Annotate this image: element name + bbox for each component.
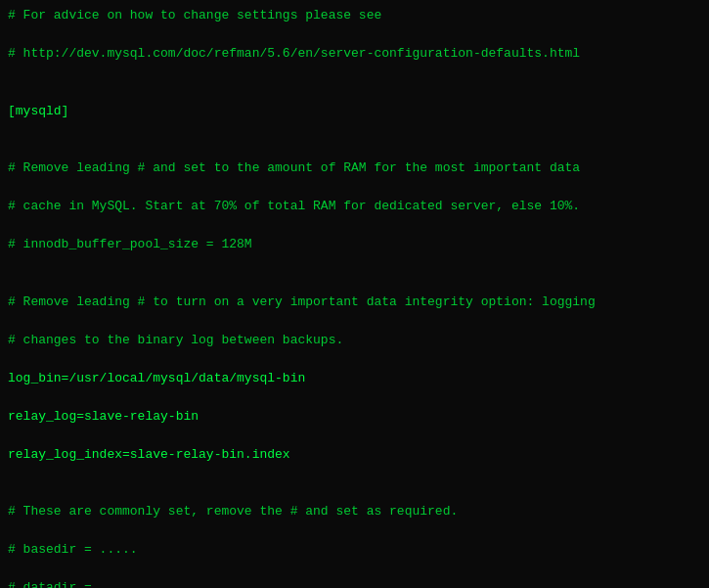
terminal-line: # These are commonly set, remove the # a… — [8, 502, 701, 521]
terminal-line: # datadir = ..... — [8, 578, 701, 588]
terminal-line: # For advice on how to change settings p… — [8, 6, 701, 25]
terminal-line: [mysqld] — [8, 102, 701, 121]
terminal-line: # innodb_buffer_pool_size = 128M — [8, 235, 701, 254]
terminal-window: # For advice on how to change settings p… — [0, 0, 709, 588]
terminal-line: # cache in MySQL. Start at 70% of total … — [8, 197, 701, 216]
terminal-line: # Remove leading # to turn on a very imp… — [8, 293, 701, 312]
terminal-line: relay_log_index=slave-relay-bin.index — [8, 445, 701, 465]
terminal-line: # basedir = ..... — [8, 540, 701, 560]
terminal-line: # changes to the binary log between back… — [8, 331, 701, 350]
terminal-line: # Remove leading # and set to the amount… — [8, 158, 701, 178]
terminal-line: # http://dev.mysql.com/doc/refman/5.6/en… — [8, 44, 701, 64]
terminal-line: log_bin=/usr/local/mysql/data/mysql-bin — [8, 369, 701, 388]
terminal-line: relay_log=slave-relay-bin — [8, 407, 701, 427]
